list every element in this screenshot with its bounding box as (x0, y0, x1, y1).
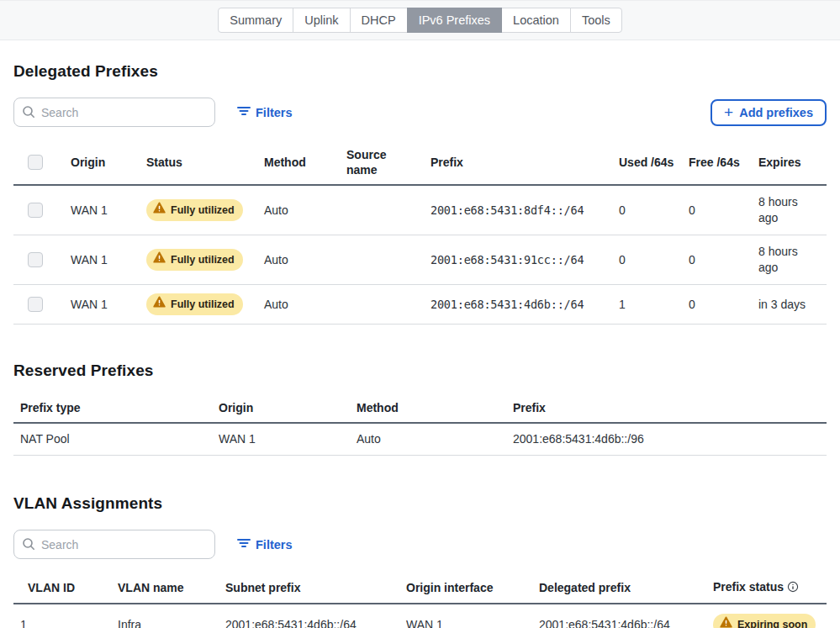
search-icon (22, 105, 35, 122)
table-row: NAT Pool WAN 1 Auto 2001:e68:5431:4d6b::… (13, 423, 827, 456)
add-prefixes-button[interactable]: + Add prefixes (711, 99, 827, 126)
cell-prefix: 2001:e68:5431:8df4::/64 (424, 185, 612, 235)
reserved-prefixes-table: Prefix type Origin Method Prefix NAT Poo… (13, 393, 827, 456)
search-icon (22, 537, 35, 554)
status-badge: Fully utilized (146, 293, 243, 315)
col-free: Free /64s (682, 140, 752, 185)
cell-source-name (340, 235, 424, 285)
status-badge: Expiring soon (713, 614, 816, 628)
cell-expires: 8 hours ago (752, 235, 827, 285)
warning-icon (153, 251, 166, 268)
status-badge-label: Fully utilized (171, 252, 235, 268)
cell-method: Auto (350, 423, 506, 456)
cell-method: Auto (257, 285, 340, 325)
tab-location[interactable]: Location (501, 8, 571, 33)
cell-origin-interface: WAN 1 (399, 604, 532, 628)
cell-free: 0 (682, 185, 752, 235)
tab-bar: Summary Uplink DHCP IPv6 Prefixes Locati… (0, 0, 840, 40)
cell-vlan-id: 1 (13, 604, 111, 628)
col-method: Method (257, 140, 340, 185)
warning-icon (153, 296, 166, 313)
plus-icon: + (724, 107, 733, 119)
col-delegated-prefix: Delegated prefix (532, 573, 706, 604)
cell-origin: WAN 1 (64, 285, 140, 325)
cell-used: 0 (612, 235, 682, 285)
table-row: WAN 1 Fully utilized Auto 2001:e68:5431:… (13, 285, 827, 325)
warning-icon (153, 202, 166, 219)
cell-origin: WAN 1 (64, 235, 140, 285)
cell-expires: 8 hours ago (752, 185, 827, 235)
filter-icon (237, 105, 251, 119)
col-vlan-name: VLAN name (111, 573, 219, 604)
filters-label: Filters (256, 538, 293, 551)
delegated-header-row: Origin Status Method Source name Prefix … (13, 140, 827, 185)
cell-expires: in 3 days (752, 285, 827, 325)
select-all-checkbox[interactable] (28, 155, 43, 170)
delegated-controls: Filters + Add prefixes (13, 98, 827, 127)
filter-icon (237, 537, 251, 551)
table-row: 1 Infra 2001:e68:5431:4d6b::/64 WAN 1 20… (13, 604, 827, 628)
col-origin-interface: Origin interface (399, 573, 532, 604)
delegated-search-input[interactable] (13, 98, 215, 127)
reserved-prefixes-title: Reserved Prefixes (13, 361, 827, 380)
cell-prefix-type: NAT Pool (13, 423, 212, 456)
filters-label: Filters (256, 106, 293, 119)
cell-method: Auto (257, 185, 340, 235)
delegated-search (13, 98, 215, 127)
status-badge: Fully utilized (146, 249, 243, 271)
add-prefixes-label: Add prefixes (739, 106, 813, 119)
reserved-header-row: Prefix type Origin Method Prefix (13, 393, 827, 423)
col-source-name: Source name (340, 140, 424, 185)
status-badge: Fully utilized (146, 199, 243, 221)
cell-method: Auto (257, 235, 340, 285)
col-used: Used /64s (612, 140, 682, 185)
status-badge-label: Fully utilized (171, 203, 235, 219)
col-prefix-type: Prefix type (13, 393, 212, 423)
col-subnet-prefix: Subnet prefix (219, 573, 399, 604)
tab-ipv6-prefixes[interactable]: IPv6 Prefixes (407, 8, 502, 33)
vlan-assignments-table: VLAN ID VLAN name Subnet prefix Origin i… (13, 573, 827, 628)
warning-icon (720, 616, 732, 628)
vlan-search-input[interactable] (13, 530, 215, 559)
delegated-prefixes-table: Origin Status Method Source name Prefix … (13, 140, 827, 325)
tab-group: Summary Uplink DHCP IPv6 Prefixes Locati… (218, 8, 622, 33)
cell-origin: WAN 1 (212, 423, 350, 456)
vlan-assignments-title: VLAN Assignments (13, 494, 827, 513)
tab-dhcp[interactable]: DHCP (350, 8, 408, 33)
col-prefix: Prefix (506, 393, 827, 423)
cell-free: 0 (682, 285, 752, 325)
col-prefix: Prefix (424, 140, 612, 185)
tab-summary[interactable]: Summary (218, 8, 293, 33)
cell-source-name (340, 285, 424, 325)
cell-subnet-prefix: 2001:e68:5431:4d6b::/64 (219, 604, 399, 628)
cell-delegated-prefix: 2001:e68:5431:4d6b::/64 (532, 604, 706, 628)
tab-tools[interactable]: Tools (570, 8, 622, 33)
prefix-status-label: Prefix status (713, 580, 784, 594)
delegated-filters-button[interactable]: Filters (237, 105, 293, 119)
cell-prefix: 2001:e68:5431:4d6b::/64 (424, 285, 612, 325)
cell-prefix: 2001:e68:5431:91cc::/64 (424, 235, 612, 285)
info-icon[interactable] (787, 581, 799, 596)
row-checkbox[interactable] (28, 252, 43, 267)
table-row: WAN 1 Fully utilized Auto 2001:e68:5431:… (13, 185, 827, 235)
cell-origin: WAN 1 (64, 185, 140, 235)
col-expires: Expires (752, 140, 827, 185)
delegated-prefixes-title: Delegated Prefixes (13, 62, 827, 81)
row-checkbox[interactable] (28, 203, 43, 218)
vlan-filters-button[interactable]: Filters (237, 537, 293, 551)
col-origin: Origin (64, 140, 140, 185)
status-badge-label: Fully utilized (171, 297, 235, 313)
col-prefix-status: Prefix status (706, 573, 827, 604)
row-checkbox[interactable] (28, 297, 43, 312)
vlan-search (13, 530, 215, 559)
status-badge-label: Expiring soon (737, 617, 807, 628)
cell-used: 1 (612, 285, 682, 325)
col-origin: Origin (212, 393, 350, 423)
col-method: Method (350, 393, 506, 423)
cell-free: 0 (682, 235, 752, 285)
tab-uplink[interactable]: Uplink (293, 8, 350, 33)
col-status: Status (140, 140, 257, 185)
cell-prefix: 2001:e68:5431:4d6b::/96 (506, 423, 827, 456)
cell-vlan-name: Infra (111, 604, 219, 628)
col-vlan-id: VLAN ID (13, 573, 111, 604)
